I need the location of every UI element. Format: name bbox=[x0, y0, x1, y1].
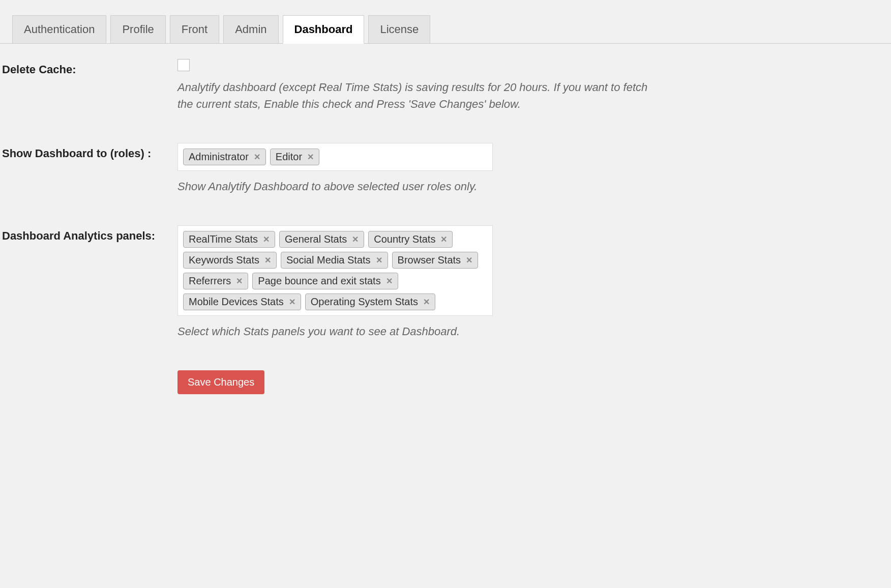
panels-description: Select which Stats panels you want to se… bbox=[177, 323, 666, 340]
panel-tag-label: Mobile Devices Stats bbox=[189, 296, 284, 308]
role-tag: Editor ✕ bbox=[270, 149, 319, 165]
role-tag-label: Editor bbox=[276, 151, 302, 163]
panel-tag: Country Stats ✕ bbox=[368, 231, 453, 248]
panel-tag-label: General Stats bbox=[285, 233, 347, 245]
tab-license[interactable]: License bbox=[368, 15, 430, 43]
delete-cache-description: Analytify dashboard (except Real Time St… bbox=[177, 79, 666, 112]
panel-tag-label: Country Stats bbox=[374, 233, 435, 245]
panel-tag: Mobile Devices Stats ✕ bbox=[183, 293, 301, 310]
settings-form: Delete Cache: Analytify dashboard (excep… bbox=[0, 44, 891, 409]
panel-tag: Social Media Stats ✕ bbox=[281, 252, 388, 269]
tab-authentication[interactable]: Authentication bbox=[12, 15, 106, 43]
delete-cache-checkbox[interactable] bbox=[177, 59, 190, 71]
close-icon[interactable]: ✕ bbox=[307, 153, 314, 161]
show-roles-label: Show Dashboard to (roles) : bbox=[2, 143, 177, 160]
panel-tag-label: Referrers bbox=[189, 275, 231, 287]
panel-tag: General Stats ✕ bbox=[279, 231, 364, 248]
close-icon[interactable]: ✕ bbox=[236, 277, 243, 285]
close-icon[interactable]: ✕ bbox=[466, 256, 472, 264]
panel-tag: RealTime Stats ✕ bbox=[183, 231, 275, 248]
panel-tag-label: RealTime Stats bbox=[189, 233, 258, 245]
close-icon[interactable]: ✕ bbox=[376, 256, 382, 264]
close-icon[interactable]: ✕ bbox=[386, 277, 393, 285]
panel-tag: Page bounce and exit stats ✕ bbox=[252, 273, 398, 289]
panels-tag-input[interactable]: RealTime Stats ✕ General Stats ✕ Country… bbox=[177, 225, 493, 316]
panel-tag-label: Keywords Stats bbox=[189, 254, 259, 266]
panel-tag: Keywords Stats ✕ bbox=[183, 252, 277, 269]
close-icon[interactable]: ✕ bbox=[423, 298, 430, 306]
close-icon[interactable]: ✕ bbox=[352, 236, 359, 244]
tab-dashboard[interactable]: Dashboard bbox=[283, 15, 365, 44]
delete-cache-label: Delete Cache: bbox=[2, 59, 177, 76]
save-button[interactable]: Save Changes bbox=[177, 370, 264, 394]
panel-tag-label: Operating System Stats bbox=[311, 296, 418, 308]
close-icon[interactable]: ✕ bbox=[289, 298, 295, 306]
role-tag-label: Administrator bbox=[189, 151, 249, 163]
tab-front[interactable]: Front bbox=[170, 15, 219, 43]
panel-tag: Operating System Stats ✕ bbox=[305, 293, 435, 310]
panel-tag-label: Page bounce and exit stats bbox=[258, 275, 380, 287]
panel-tag: Referrers ✕ bbox=[183, 273, 248, 289]
close-icon[interactable]: ✕ bbox=[254, 153, 260, 161]
setting-delete-cache: Delete Cache: Analytify dashboard (excep… bbox=[2, 59, 889, 112]
panel-tag: Browser Stats ✕ bbox=[392, 252, 478, 269]
roles-tag-input[interactable]: Administrator ✕ Editor ✕ bbox=[177, 143, 493, 171]
setting-panels: Dashboard Analytics panels: RealTime Sta… bbox=[2, 225, 889, 340]
panels-label: Dashboard Analytics panels: bbox=[2, 225, 177, 243]
tab-profile[interactable]: Profile bbox=[110, 15, 165, 43]
tabs-nav: Authentication Profile Front Admin Dashb… bbox=[0, 0, 891, 44]
close-icon[interactable]: ✕ bbox=[263, 236, 270, 244]
close-icon[interactable]: ✕ bbox=[264, 256, 271, 264]
close-icon[interactable]: ✕ bbox=[440, 236, 447, 244]
panel-tag-label: Social Media Stats bbox=[286, 254, 371, 266]
panel-tag-label: Browser Stats bbox=[398, 254, 461, 266]
setting-show-roles: Show Dashboard to (roles) : Administrato… bbox=[2, 143, 889, 195]
show-roles-description: Show Analytify Dashboard to above select… bbox=[177, 178, 666, 195]
role-tag: Administrator ✕ bbox=[183, 149, 266, 165]
tab-admin[interactable]: Admin bbox=[223, 15, 278, 43]
